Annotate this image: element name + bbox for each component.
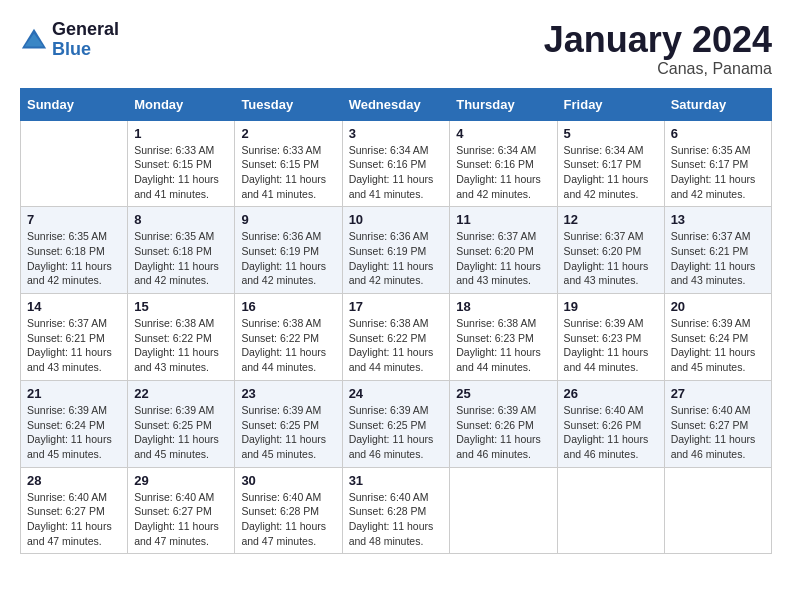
day-number: 7 — [27, 212, 121, 227]
day-number: 28 — [27, 473, 121, 488]
day-info: Sunrise: 6:40 AM Sunset: 6:26 PM Dayligh… — [564, 403, 658, 462]
calendar-cell: 5Sunrise: 6:34 AM Sunset: 6:17 PM Daylig… — [557, 120, 664, 207]
day-info: Sunrise: 6:37 AM Sunset: 6:20 PM Dayligh… — [564, 229, 658, 288]
calendar-cell: 14Sunrise: 6:37 AM Sunset: 6:21 PM Dayli… — [21, 294, 128, 381]
day-number: 12 — [564, 212, 658, 227]
calendar-cell: 8Sunrise: 6:35 AM Sunset: 6:18 PM Daylig… — [128, 207, 235, 294]
calendar-cell: 20Sunrise: 6:39 AM Sunset: 6:24 PM Dayli… — [664, 294, 771, 381]
calendar-cell: 27Sunrise: 6:40 AM Sunset: 6:27 PM Dayli… — [664, 380, 771, 467]
calendar-week-row: 28Sunrise: 6:40 AM Sunset: 6:27 PM Dayli… — [21, 467, 772, 554]
calendar-week-row: 7Sunrise: 6:35 AM Sunset: 6:18 PM Daylig… — [21, 207, 772, 294]
calendar-cell: 22Sunrise: 6:39 AM Sunset: 6:25 PM Dayli… — [128, 380, 235, 467]
day-info: Sunrise: 6:39 AM Sunset: 6:25 PM Dayligh… — [241, 403, 335, 462]
day-number: 23 — [241, 386, 335, 401]
calendar-cell: 24Sunrise: 6:39 AM Sunset: 6:25 PM Dayli… — [342, 380, 450, 467]
day-header: Tuesday — [235, 88, 342, 120]
day-info: Sunrise: 6:34 AM Sunset: 6:16 PM Dayligh… — [456, 143, 550, 202]
calendar-cell — [21, 120, 128, 207]
day-info: Sunrise: 6:37 AM Sunset: 6:20 PM Dayligh… — [456, 229, 550, 288]
day-number: 20 — [671, 299, 765, 314]
day-number: 5 — [564, 126, 658, 141]
calendar-cell: 25Sunrise: 6:39 AM Sunset: 6:26 PM Dayli… — [450, 380, 557, 467]
calendar-cell: 7Sunrise: 6:35 AM Sunset: 6:18 PM Daylig… — [21, 207, 128, 294]
day-info: Sunrise: 6:33 AM Sunset: 6:15 PM Dayligh… — [134, 143, 228, 202]
day-info: Sunrise: 6:38 AM Sunset: 6:23 PM Dayligh… — [456, 316, 550, 375]
calendar-week-row: 21Sunrise: 6:39 AM Sunset: 6:24 PM Dayli… — [21, 380, 772, 467]
calendar-cell: 9Sunrise: 6:36 AM Sunset: 6:19 PM Daylig… — [235, 207, 342, 294]
calendar-week-row: 14Sunrise: 6:37 AM Sunset: 6:21 PM Dayli… — [21, 294, 772, 381]
day-info: Sunrise: 6:34 AM Sunset: 6:17 PM Dayligh… — [564, 143, 658, 202]
day-number: 26 — [564, 386, 658, 401]
calendar-cell: 17Sunrise: 6:38 AM Sunset: 6:22 PM Dayli… — [342, 294, 450, 381]
day-number: 10 — [349, 212, 444, 227]
calendar-cell: 3Sunrise: 6:34 AM Sunset: 6:16 PM Daylig… — [342, 120, 450, 207]
calendar-cell: 10Sunrise: 6:36 AM Sunset: 6:19 PM Dayli… — [342, 207, 450, 294]
day-info: Sunrise: 6:39 AM Sunset: 6:24 PM Dayligh… — [27, 403, 121, 462]
day-info: Sunrise: 6:39 AM Sunset: 6:24 PM Dayligh… — [671, 316, 765, 375]
month-title: January 2024 — [544, 20, 772, 60]
day-info: Sunrise: 6:37 AM Sunset: 6:21 PM Dayligh… — [671, 229, 765, 288]
title-area: January 2024 Canas, Panama — [544, 20, 772, 78]
day-number: 15 — [134, 299, 228, 314]
day-number: 13 — [671, 212, 765, 227]
day-header: Monday — [128, 88, 235, 120]
day-number: 9 — [241, 212, 335, 227]
day-number: 24 — [349, 386, 444, 401]
day-info: Sunrise: 6:35 AM Sunset: 6:18 PM Dayligh… — [134, 229, 228, 288]
location-subtitle: Canas, Panama — [544, 60, 772, 78]
calendar-cell: 13Sunrise: 6:37 AM Sunset: 6:21 PM Dayli… — [664, 207, 771, 294]
calendar-cell: 26Sunrise: 6:40 AM Sunset: 6:26 PM Dayli… — [557, 380, 664, 467]
day-header: Sunday — [21, 88, 128, 120]
calendar-cell: 19Sunrise: 6:39 AM Sunset: 6:23 PM Dayli… — [557, 294, 664, 381]
day-info: Sunrise: 6:38 AM Sunset: 6:22 PM Dayligh… — [241, 316, 335, 375]
day-number: 21 — [27, 386, 121, 401]
day-info: Sunrise: 6:39 AM Sunset: 6:25 PM Dayligh… — [134, 403, 228, 462]
calendar-cell: 2Sunrise: 6:33 AM Sunset: 6:15 PM Daylig… — [235, 120, 342, 207]
calendar-cell: 29Sunrise: 6:40 AM Sunset: 6:27 PM Dayli… — [128, 467, 235, 554]
calendar-table: SundayMondayTuesdayWednesdayThursdayFrid… — [20, 88, 772, 555]
calendar-cell: 12Sunrise: 6:37 AM Sunset: 6:20 PM Dayli… — [557, 207, 664, 294]
day-info: Sunrise: 6:39 AM Sunset: 6:23 PM Dayligh… — [564, 316, 658, 375]
calendar-cell — [557, 467, 664, 554]
day-number: 19 — [564, 299, 658, 314]
calendar-cell: 28Sunrise: 6:40 AM Sunset: 6:27 PM Dayli… — [21, 467, 128, 554]
day-info: Sunrise: 6:40 AM Sunset: 6:27 PM Dayligh… — [27, 490, 121, 549]
day-header: Saturday — [664, 88, 771, 120]
calendar-week-row: 1Sunrise: 6:33 AM Sunset: 6:15 PM Daylig… — [21, 120, 772, 207]
day-number: 14 — [27, 299, 121, 314]
day-number: 16 — [241, 299, 335, 314]
logo-text: General Blue — [52, 20, 119, 60]
day-info: Sunrise: 6:36 AM Sunset: 6:19 PM Dayligh… — [241, 229, 335, 288]
day-info: Sunrise: 6:38 AM Sunset: 6:22 PM Dayligh… — [349, 316, 444, 375]
day-info: Sunrise: 6:40 AM Sunset: 6:27 PM Dayligh… — [671, 403, 765, 462]
calendar-cell: 23Sunrise: 6:39 AM Sunset: 6:25 PM Dayli… — [235, 380, 342, 467]
calendar-cell: 4Sunrise: 6:34 AM Sunset: 6:16 PM Daylig… — [450, 120, 557, 207]
day-header: Wednesday — [342, 88, 450, 120]
day-info: Sunrise: 6:36 AM Sunset: 6:19 PM Dayligh… — [349, 229, 444, 288]
header-row: SundayMondayTuesdayWednesdayThursdayFrid… — [21, 88, 772, 120]
calendar-cell: 30Sunrise: 6:40 AM Sunset: 6:28 PM Dayli… — [235, 467, 342, 554]
day-info: Sunrise: 6:35 AM Sunset: 6:18 PM Dayligh… — [27, 229, 121, 288]
day-number: 27 — [671, 386, 765, 401]
day-info: Sunrise: 6:34 AM Sunset: 6:16 PM Dayligh… — [349, 143, 444, 202]
day-number: 29 — [134, 473, 228, 488]
day-info: Sunrise: 6:38 AM Sunset: 6:22 PM Dayligh… — [134, 316, 228, 375]
calendar-cell: 31Sunrise: 6:40 AM Sunset: 6:28 PM Dayli… — [342, 467, 450, 554]
day-number: 22 — [134, 386, 228, 401]
day-number: 8 — [134, 212, 228, 227]
calendar-cell: 16Sunrise: 6:38 AM Sunset: 6:22 PM Dayli… — [235, 294, 342, 381]
day-number: 11 — [456, 212, 550, 227]
day-number: 18 — [456, 299, 550, 314]
day-number: 17 — [349, 299, 444, 314]
page-header: General Blue January 2024 Canas, Panama — [20, 20, 772, 78]
day-info: Sunrise: 6:40 AM Sunset: 6:28 PM Dayligh… — [241, 490, 335, 549]
day-number: 4 — [456, 126, 550, 141]
logo-icon — [20, 26, 48, 54]
calendar-cell: 15Sunrise: 6:38 AM Sunset: 6:22 PM Dayli… — [128, 294, 235, 381]
day-header: Thursday — [450, 88, 557, 120]
day-number: 6 — [671, 126, 765, 141]
calendar-cell: 1Sunrise: 6:33 AM Sunset: 6:15 PM Daylig… — [128, 120, 235, 207]
day-number: 30 — [241, 473, 335, 488]
day-number: 31 — [349, 473, 444, 488]
day-info: Sunrise: 6:35 AM Sunset: 6:17 PM Dayligh… — [671, 143, 765, 202]
